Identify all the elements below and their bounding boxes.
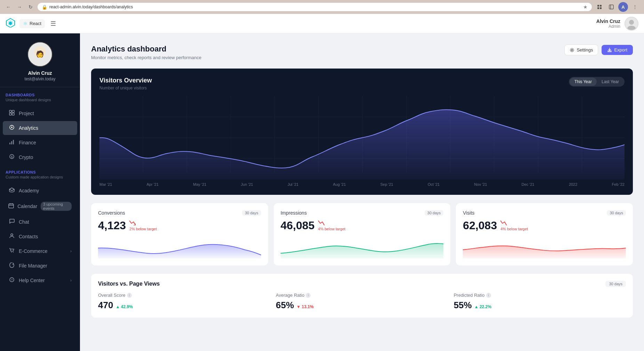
svg-rect-23 (9, 143, 10, 144)
sidebar-avatar: 🧑 (27, 42, 53, 67)
ecommerce-label: E-Commerce (19, 248, 67, 254)
project-icon (8, 110, 15, 117)
sidebar-item-finance[interactable]: Finance (3, 136, 77, 150)
chat-icon (8, 218, 15, 225)
visits-trend-text: 4% below target (500, 227, 528, 231)
sidebar-email: test@alvin.today (25, 77, 56, 81)
sidebar-username: Alvin Cruz (28, 70, 52, 76)
visitors-card-header: Visitors Overview Number of unique visit… (99, 77, 625, 90)
x-label-4: Jul '21 (288, 182, 298, 186)
svg-rect-2 (597, 7, 599, 9)
chart-x-labels: Mar '21 Apr '21 May '21 Jun '21 Jul '21 … (99, 182, 625, 186)
visitors-vs-pageviews-card: Visitors vs. Page Views 30 days Overall … (91, 274, 633, 318)
metric-value-1: 65% ▼ 13.1% (276, 300, 448, 311)
impressions-value: 46,085 (281, 219, 315, 232)
extensions-button[interactable] (595, 2, 604, 12)
sidebar-item-helpcenter[interactable]: ? Help Center › (3, 273, 77, 287)
contacts-label: Contacts (19, 234, 72, 239)
metric-label-1: Average Ratio (276, 293, 304, 298)
user-avatar[interactable]: A (618, 2, 628, 12)
svg-rect-16 (9, 110, 11, 112)
conversions-trend-text: 2% below target (129, 227, 157, 231)
visits-trend-icon (500, 221, 507, 227)
svg-text:?: ? (11, 278, 13, 282)
sidebar-item-calendar[interactable]: Calendar 3 upcoming events (3, 198, 77, 214)
hamburger-button[interactable]: ☰ (49, 18, 57, 29)
info-icon-0: i (127, 293, 132, 298)
chat-label: Chat (19, 219, 72, 225)
svg-point-33 (11, 252, 12, 253)
svg-rect-4 (609, 5, 613, 9)
page-header-actions: Settings Export (564, 45, 633, 55)
back-button[interactable]: ← (4, 3, 13, 11)
conversions-value: 4,123 (98, 219, 126, 232)
forward-button[interactable]: → (15, 3, 24, 11)
section-header: Visitors vs. Page Views 30 days (98, 281, 626, 287)
topbar-avatar[interactable] (625, 17, 638, 31)
last-year-button[interactable]: Last Year (597, 78, 624, 86)
crypto-icon: $ (8, 154, 15, 161)
visitors-title: Visitors Overview (99, 77, 152, 84)
ecommerce-chevron: › (70, 249, 72, 254)
visitors-subtitle: Number of unique visitors (99, 86, 152, 90)
calendar-icon (8, 203, 14, 210)
topbar-right: Alvin Cruz Admin (596, 17, 638, 31)
info-icon-1: i (306, 293, 311, 298)
reload-button[interactable]: ↻ (26, 3, 35, 11)
sidebar-item-filemanager[interactable]: File Manager (3, 259, 77, 273)
metric-change-2: ▲ 22.2% (474, 304, 491, 309)
sidebar-item-ecommerce[interactable]: E-Commerce › (3, 244, 77, 258)
sidebar-button[interactable] (606, 2, 616, 12)
sidebar-item-analytics[interactable]: Analytics (3, 121, 77, 135)
academy-label: Academy (19, 188, 72, 193)
sidebar-item-contacts[interactable]: Contacts (3, 230, 77, 244)
sidebar: 🧑 Alvin Cruz test@alvin.today DASHBOARDS… (0, 33, 80, 351)
calendar-label: Calendar (17, 204, 37, 209)
impressions-header: Impressions 30 days (281, 210, 444, 216)
section-metric-1: Average Ratio i 65% ▼ 13.1% (276, 293, 448, 311)
svg-rect-1 (600, 5, 602, 7)
sidebar-item-project[interactable]: Project (3, 106, 77, 120)
helpcenter-label: Help Center (19, 278, 67, 283)
export-button[interactable]: Export (602, 45, 633, 55)
metric-label-0: Overall Score (98, 293, 126, 298)
react-icon: ⚛ (23, 21, 27, 27)
sidebar-item-crypto[interactable]: $ Crypto (3, 150, 77, 164)
topbar-left: ⚛ React ☰ (6, 18, 57, 30)
conversions-trend-icon (129, 221, 136, 227)
metric-label-2: Predicted Ratio (454, 293, 485, 298)
url-text: react-admin.alvin.today/dashboards/analy… (49, 5, 581, 9)
svg-point-37 (571, 49, 573, 51)
calendar-badge: 3 upcoming events (41, 202, 72, 211)
conversions-trend: 2% below target (129, 221, 157, 231)
x-label-5: Aug '21 (333, 182, 346, 186)
analytics-icon (8, 125, 15, 131)
react-badge: ⚛ React (19, 19, 45, 28)
crypto-label: Crypto (19, 154, 72, 160)
svg-text:🧑: 🧑 (36, 50, 44, 58)
section-metrics: Overall Score i 470 ▲ 42.9% Average Rati… (98, 293, 626, 311)
impressions-trend: 4% below target (318, 221, 346, 231)
filemanager-icon (8, 262, 15, 269)
metric-change-1: ▼ 13.1% (297, 304, 314, 309)
browser-actions: A ⋮ (595, 2, 640, 12)
sidebar-item-chat[interactable]: Chat (3, 215, 77, 229)
contacts-icon (8, 233, 15, 240)
menu-button[interactable]: ⋮ (630, 2, 640, 12)
url-bar[interactable]: 🔒 react-admin.alvin.today/dashboards/ana… (38, 3, 592, 11)
svg-rect-3 (600, 7, 602, 9)
impressions-trend-text: 4% below target (318, 227, 346, 231)
helpcenter-icon: ? (8, 277, 15, 284)
topbar-user: Alvin Cruz Admin (596, 18, 620, 29)
x-label-2: May '21 (193, 182, 206, 186)
filemanager-label: File Manager (19, 263, 72, 269)
visits-period: 30 days (607, 210, 626, 216)
metric-change-0: ▲ 42.9% (116, 304, 133, 309)
this-year-button[interactable]: This Year (570, 78, 597, 86)
page-header: Analytics dashboard Monitor metrics, che… (91, 45, 633, 60)
sidebar-item-academy[interactable]: Academy (3, 184, 77, 198)
x-label-7: Oct '21 (428, 182, 440, 186)
page-title-area: Analytics dashboard Monitor metrics, che… (91, 45, 201, 60)
conversions-sparkline (98, 238, 261, 258)
settings-button[interactable]: Settings (564, 45, 598, 55)
